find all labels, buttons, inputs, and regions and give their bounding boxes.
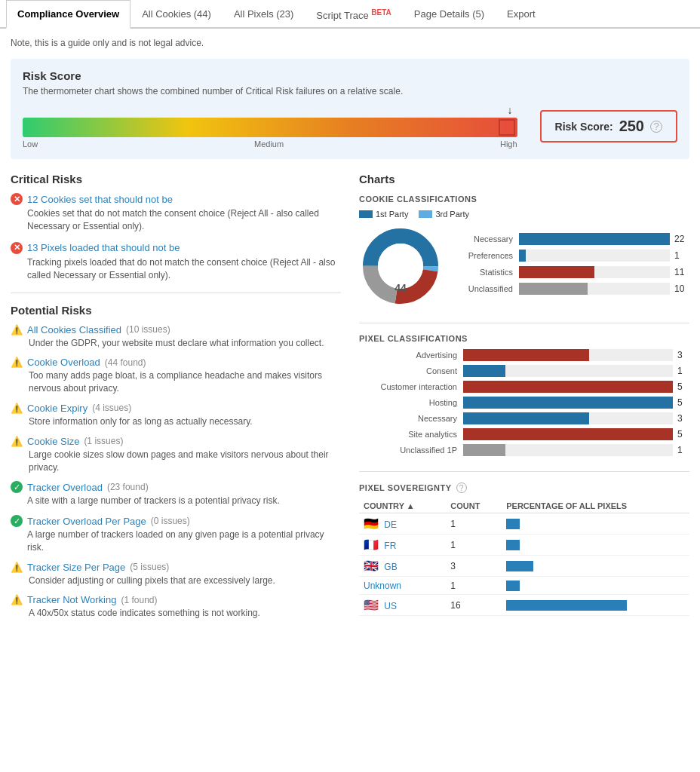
warn-icon-5: ⚠️ (11, 562, 23, 573)
tab-script-trace[interactable]: Script Trace BETA (305, 0, 402, 29)
potential-risk-link-3[interactable]: Cookie Expiry (27, 403, 88, 414)
table-row: Unknown 1 (359, 577, 689, 595)
potential-risk-link-1[interactable]: All Cookies Classified (27, 324, 121, 335)
thermo-label-high: High (500, 139, 517, 149)
potential-risk-item-2: ⚠️ Cookie Overload (44 found) Too many a… (11, 357, 341, 395)
flag-fr: 🇫🇷 (364, 538, 379, 551)
risk-score-section: Risk Score The thermometer chart shows t… (11, 59, 689, 159)
potential-risk-count-5: (23 found) (107, 482, 149, 492)
potential-risk-count-1: (10 issues) (126, 324, 170, 335)
charts-title: Charts (359, 173, 689, 185)
sovereignty-info-icon[interactable]: ? (456, 482, 467, 493)
flag-us: 🇺🇸 (364, 599, 379, 611)
potential-risk-desc-1: Under the GDPR, your website must declar… (11, 337, 341, 350)
potential-risk-item-3: ⚠️ Cookie Expiry (4 issues) Store inform… (11, 403, 341, 428)
potential-risk-link-7[interactable]: Tracker Size Per Page (27, 562, 125, 573)
critical-risk-desc-1: Cookies set that do not match the consen… (11, 207, 341, 233)
potential-risk-item-5: ✓ Tracker Overload (23 found) A site wit… (11, 481, 341, 507)
critical-risk-item-1: ✕ 12 Cookies set that should not be Cook… (11, 193, 341, 233)
beta-badge: BETA (371, 8, 391, 17)
cookie-classifications-label: COOKIE CLASSIFICATIONS (359, 195, 689, 204)
col-percentage: PERCENTAGE OF ALL PIXELS (502, 499, 689, 513)
potential-risk-count-7: (5 issues) (130, 562, 169, 572)
tab-compliance-overview[interactable]: Compliance Overview (6, 0, 130, 29)
potential-risk-item-6: ✓ Tracker Overload Per Page (0 issues) A… (11, 515, 341, 554)
flag-gb: 🇬🇧 (364, 559, 379, 572)
potential-risk-desc-7: Consider adjusting or culling pixels tha… (11, 574, 341, 587)
legend-3rd-party: 3rd Party (419, 210, 469, 219)
table-row: 🇩🇪 DE 1 (359, 513, 689, 535)
pixel-sovereignty-label: PIXEL SOVEREIGNTY (359, 483, 452, 492)
potential-risk-desc-3: Store information only for as long as ac… (11, 415, 341, 428)
critical-risks-title: Critical Risks (11, 173, 341, 185)
critical-risk-link-1[interactable]: 12 Cookies set that should not be (27, 194, 173, 205)
divider-3 (359, 471, 689, 472)
flag-de: 🇩🇪 (364, 517, 379, 530)
country-link-gb[interactable]: GB (384, 562, 397, 572)
donut-total-label: 44 (395, 282, 407, 294)
potential-risk-count-6: (0 issues) (151, 516, 190, 526)
thermo-arrow-icon: ↓ (23, 104, 517, 116)
sovereignty-table: COUNTRY ▲ COUNT PERCENTAGE OF ALL PIXELS… (359, 499, 689, 616)
tab-page-details[interactable]: Page Details (5) (403, 0, 496, 29)
donut-chart: 44 (359, 225, 442, 308)
risk-score-title: Risk Score (23, 69, 677, 82)
potential-risk-link-4[interactable]: Cookie Size (27, 436, 79, 447)
error-icon-1: ✕ (11, 193, 23, 205)
critical-risk-link-2[interactable]: 13 Pixels loaded that should not be (27, 242, 180, 253)
pixel-sovereignty-section: PIXEL SOVEREIGNTY ? COUNTRY ▲ COUNT PERC… (359, 482, 689, 616)
warn-icon-4: ⚠️ (11, 436, 23, 447)
risk-score-box: Risk Score: 250 ? (540, 110, 677, 142)
table-row: 🇬🇧 GB 3 (359, 556, 689, 577)
potential-risk-item-7: ⚠️ Tracker Size Per Page (5 issues) Cons… (11, 562, 341, 587)
potential-risk-desc-4: Large cookie sizes slow down pages and m… (11, 449, 341, 474)
potential-risk-link-6[interactable]: Tracker Overload Per Page (27, 516, 146, 527)
thermo-label-low: Low (23, 139, 38, 149)
risk-score-description: The thermometer chart shows the combined… (23, 86, 677, 96)
table-row: 🇺🇸 US 16 (359, 595, 689, 616)
cookie-classifications-section: COOKIE CLASSIFICATIONS 1st Party 3rd Par… (359, 195, 689, 308)
potential-risk-desc-5: A site with a large number of trackers i… (11, 495, 341, 507)
country-link-de[interactable]: DE (384, 519, 397, 530)
potential-risk-link-5[interactable]: Tracker Overload (27, 482, 103, 493)
country-link-fr[interactable]: FR (384, 541, 396, 551)
potential-risk-count-3: (4 issues) (92, 403, 131, 413)
tab-export[interactable]: Export (496, 0, 547, 29)
error-icon-2: ✕ (11, 242, 23, 254)
pixel-classifications-label: PIXEL CLASSIFICATIONS (359, 334, 689, 343)
warn-icon-3: ⚠️ (11, 403, 23, 414)
potential-risk-desc-2: Too many adds page bloat, is a complianc… (11, 369, 341, 395)
thermo-label-medium: Medium (254, 139, 284, 149)
col-count: COUNT (446, 499, 502, 513)
note-text: Note, this is a guide only and is not le… (11, 38, 689, 48)
critical-risk-desc-2: Tracking pixels loaded that do not match… (11, 256, 341, 282)
potential-risk-count-4: (1 issues) (84, 436, 123, 446)
country-link-unknown[interactable]: Unknown (364, 581, 401, 591)
potential-risk-item-1: ⚠️ All Cookies Classified (10 issues) Un… (11, 324, 341, 350)
country-link-us[interactable]: US (384, 601, 397, 611)
cookie-bar-chart: Necessary 22 Preferences (453, 233, 689, 299)
potential-risk-link-2[interactable]: Cookie Overload (27, 357, 100, 368)
critical-risk-item-2: ✕ 13 Pixels loaded that should not be Tr… (11, 242, 341, 282)
divider-2 (359, 323, 689, 323)
ok-icon-2: ✓ (11, 515, 23, 527)
legend-1st-party: 1st Party (359, 210, 408, 219)
potential-risk-item-8: ⚠️ Tracker Not Working (1 found) A 40x/5… (11, 594, 341, 620)
risk-score-label: Risk Score: (555, 121, 613, 133)
tab-all-pixels[interactable]: All Pixels (23) (223, 0, 305, 29)
col-country[interactable]: COUNTRY ▲ (359, 499, 446, 513)
pixel-classifications-section: PIXEL CLASSIFICATIONS Advertising 3 Cons… (359, 334, 689, 456)
potential-risk-desc-8: A 40x/50x status code indicates somethin… (11, 607, 341, 620)
thermometer-bar (23, 118, 517, 137)
warn-icon-1: ⚠️ (11, 324, 23, 335)
tabs-bar: Compliance Overview All Cookies (44) All… (0, 0, 700, 29)
divider-1 (11, 293, 341, 293)
potential-risk-link-8[interactable]: Tracker Not Working (27, 594, 116, 605)
warn-icon-2: ⚠️ (11, 357, 23, 368)
thermo-marker (499, 119, 515, 136)
tab-all-cookies[interactable]: All Cookies (44) (130, 0, 223, 29)
potential-risk-desc-6: A large number of trackers loaded on any… (11, 528, 341, 554)
potential-risk-count-2: (44 found) (105, 357, 146, 368)
ok-icon-1: ✓ (11, 481, 23, 493)
info-icon[interactable]: ? (650, 121, 662, 133)
